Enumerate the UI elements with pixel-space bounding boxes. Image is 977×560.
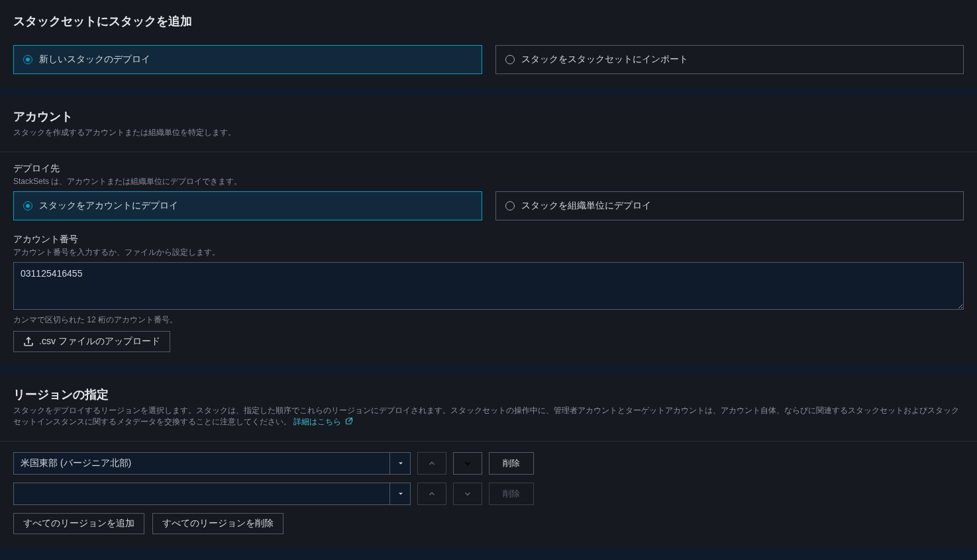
deploy-target-radio-group: スタックをアカウントにデプロイ スタックを組織単位にデプロイ [13, 191, 964, 220]
divider [0, 152, 977, 152]
remove-all-regions-button[interactable]: すべてのリージョンを削除 [152, 513, 283, 534]
radio-deploy-new-stacks[interactable]: 新しいスタックのデプロイ [13, 45, 482, 74]
radio-deploy-to-accounts[interactable]: スタックをアカウントにデプロイ [13, 191, 482, 220]
chevron-down-icon [463, 459, 472, 468]
region-row: 削除 [13, 483, 964, 505]
chevron-down-icon [463, 489, 472, 498]
add-all-regions-button[interactable]: すべてのリージョンを追加 [13, 513, 144, 534]
regions-title: リージョンの指定 [13, 387, 964, 402]
regions-subtitle: スタックをデプロイするリージョンを選択します。スタックは、指定した順序でこれらの… [13, 405, 964, 428]
deploy-target-sub: StackSets は、アカウントまたは組織単位にデプロイできます。 [13, 176, 964, 187]
account-numbers-sub: アカウント番号を入力するか、ファイルから設定します。 [13, 247, 964, 258]
account-numbers-helper: カンマで区切られた 12 桁のアカウント番号。 [13, 314, 964, 326]
accounts-panel: アカウント スタックを作成するアカウントまたは組織単位を特定します。 デプロイ先… [0, 95, 977, 365]
deploy-target-label: デプロイ先 [13, 163, 964, 175]
accounts-title: アカウント [13, 109, 964, 124]
radio-to-accounts-label: スタックをアカウントにデプロイ [39, 200, 178, 212]
move-up-button [417, 483, 446, 505]
upload-icon [23, 336, 34, 347]
add-stacks-panel: スタックセットにスタックを追加 新しいスタックのデプロイ スタックをスタックセッ… [0, 0, 977, 87]
learn-more-link[interactable]: 詳細はこちら [293, 417, 352, 426]
radio-deploy-new-label: 新しいスタックのデプロイ [39, 54, 150, 66]
regions-subtitle-text: スタックをデプロイするリージョンを選択します。スタックは、指定した順序でこれらの… [13, 406, 959, 426]
region-row: 米国東部 (バージニア北部) 削除 [13, 452, 964, 475]
external-link-icon [345, 417, 353, 425]
radio-icon [505, 55, 515, 64]
account-numbers-label: アカウント番号 [13, 234, 964, 246]
delete-region-button[interactable]: 削除 [489, 452, 534, 475]
radio-icon [505, 201, 515, 210]
add-stacks-radio-group: 新しいスタックのデプロイ スタックをスタックセットにインポート [13, 45, 964, 74]
chevron-up-icon [427, 489, 437, 498]
upload-csv-button[interactable]: .csv ファイルのアップロード [13, 331, 170, 352]
add-all-label: すべてのリージョンを追加 [23, 518, 134, 530]
remove-all-label: すべてのリージョンを削除 [162, 518, 274, 530]
radio-icon [23, 201, 32, 210]
chevron-up-icon [427, 459, 437, 468]
accounts-subtitle: スタックを作成するアカウントまたは組織単位を特定します。 [13, 127, 964, 138]
upload-csv-label: .csv ファイルのアップロード [39, 336, 160, 348]
move-down-button[interactable] [453, 452, 482, 475]
radio-deploy-to-ou[interactable]: スタックを組織単位にデプロイ [495, 191, 964, 220]
add-stacks-title: スタックセットにスタックを追加 [13, 13, 964, 29]
region-select[interactable]: 米国東部 (バージニア北部) [13, 452, 411, 475]
divider [0, 441, 977, 442]
radio-icon [23, 55, 32, 64]
region-select-wrap: 米国東部 (バージニア北部) [13, 452, 411, 475]
account-numbers-input[interactable] [13, 262, 964, 310]
radio-import-stacks[interactable]: スタックをスタックセットにインポート [495, 45, 964, 74]
region-rows: 米国東部 (バージニア北部) 削除 削除 [13, 452, 964, 505]
radio-import-label: スタックをスタックセットにインポート [521, 54, 688, 66]
delete-region-button: 削除 [489, 483, 534, 505]
regions-panel: リージョンの指定 スタックをデプロイするリージョンを選択します。スタックは、指定… [0, 373, 977, 547]
move-up-button [417, 452, 446, 475]
learn-more-label: 詳細はこちら [293, 417, 341, 426]
region-select[interactable] [13, 483, 411, 505]
move-down-button [453, 483, 482, 505]
radio-to-ou-label: スタックを組織単位にデプロイ [521, 200, 651, 212]
region-select-wrap [13, 483, 411, 505]
